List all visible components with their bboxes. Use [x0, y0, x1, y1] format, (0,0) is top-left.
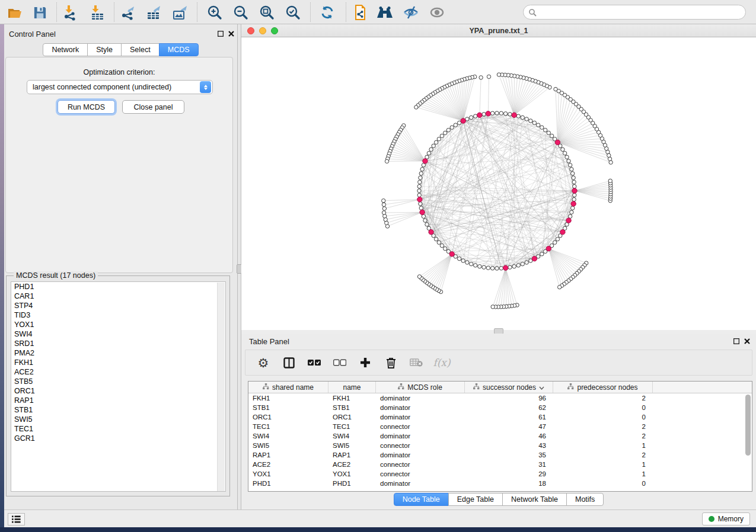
mcds-result-item[interactable]: PHD1: [11, 282, 225, 291]
table-options-gear-icon[interactable]: ⚙: [256, 355, 271, 370]
mcds-result-item[interactable]: STP4: [11, 301, 225, 310]
mcds-result-item[interactable]: SWI5: [11, 415, 225, 424]
optimization-criterion-select[interactable]: largest connected component (undirected): [27, 80, 213, 94]
mcds-result-item[interactable]: ORC1: [11, 386, 225, 396]
tab-edge-table[interactable]: Edge Table: [448, 493, 503, 506]
cell-name: ORC1: [328, 412, 376, 422]
close-panel-icon[interactable]: [228, 30, 235, 37]
cell-name: TEC1: [328, 422, 376, 431]
network-view-window: YPA_prune.txt_1: [241, 24, 756, 330]
cell-shared-name: SWI4: [248, 431, 328, 441]
column-header-predecessor-nodes[interactable]: predecessor nodes: [553, 382, 653, 393]
refresh-view-icon[interactable]: [318, 4, 336, 21]
table-row-STB1[interactable]: STB1STB1dominator620: [248, 403, 752, 412]
mcds-result-item[interactable]: SRD1: [11, 339, 225, 348]
table-row-PHD1[interactable]: PHD1PHD1dominator180: [248, 479, 752, 488]
table-row-FKH1[interactable]: FKH1FKH1dominator962: [248, 393, 752, 403]
cell-MCDS-role: connector: [376, 460, 465, 469]
mcds-list-scrollbar[interactable]: [217, 283, 225, 492]
table-row-SWI5[interactable]: SWI5SWI5connector431: [248, 441, 752, 450]
export-network-icon[interactable]: [120, 4, 138, 21]
column-header-MCDS-role[interactable]: MCDS role: [376, 382, 465, 393]
mcds-result-item[interactable]: STB5: [11, 377, 225, 386]
mcds-tab-content: Optimization criterion: largest connecte…: [5, 57, 233, 273]
hide-details-eye-slash-icon[interactable]: [402, 4, 420, 21]
node-table-rows: FKH1FKH1dominator962STB1STB1dominator620…: [248, 393, 752, 488]
cell-MCDS-role: dominator: [376, 412, 465, 422]
mcds-result-item[interactable]: CAR1: [11, 291, 225, 301]
table-row-ACE2[interactable]: ACE2ACE2connector311: [248, 460, 752, 469]
run-mcds-button[interactable]: Run MCDS: [58, 100, 115, 114]
mcds-result-item[interactable]: TID3: [11, 310, 225, 320]
table-row-RAP1[interactable]: RAP1RAP1dominator352: [248, 450, 752, 460]
tab-mcds[interactable]: MCDS: [159, 43, 199, 56]
zoom-in-icon[interactable]: [206, 4, 224, 21]
save-session-icon[interactable]: [31, 4, 49, 21]
minimize-window-icon[interactable]: [259, 27, 266, 34]
close-panel-icon[interactable]: [744, 338, 751, 345]
select-all-checks-icon[interactable]: [307, 355, 322, 370]
tab-network-table[interactable]: Network Table: [502, 493, 567, 506]
table-row-SWI4[interactable]: SWI4SWI4dominator462: [248, 431, 752, 441]
table-row-YOX1[interactable]: YOX1YOX1connector291: [248, 469, 752, 479]
mcds-result-item[interactable]: STB1: [11, 405, 225, 415]
search-box[interactable]: [523, 5, 746, 20]
cell-successor-nodes: 18: [465, 479, 553, 488]
tab-select[interactable]: Select: [121, 43, 160, 56]
vertical-splitter[interactable]: [237, 24, 241, 509]
zoom-fit-icon[interactable]: [258, 4, 276, 21]
show-columns-icon[interactable]: [281, 355, 296, 370]
cell-shared-name: TEC1: [248, 422, 328, 431]
mcds-result-item[interactable]: TEC1: [11, 424, 225, 434]
close-panel-button[interactable]: Close panel: [122, 100, 184, 114]
network-window-titlebar[interactable]: YPA_prune.txt_1: [241, 24, 756, 37]
optimization-criterion-label: Optimization criterion:: [6, 68, 232, 76]
tab-motifs[interactable]: Motifs: [566, 493, 604, 506]
search-input[interactable]: [537, 8, 745, 17]
mcds-result-group: MCDS result (17 nodes) PHD1CAR1STP4TID3Y…: [6, 275, 230, 496]
tab-style[interactable]: Style: [87, 43, 122, 56]
cell-successor-nodes: 35: [465, 450, 553, 460]
mcds-result-item[interactable]: GCR1: [11, 434, 225, 443]
cell-name: SWI4: [328, 431, 376, 441]
import-network-icon[interactable]: [62, 4, 79, 21]
network-canvas[interactable]: [241, 37, 756, 330]
mcds-result-item[interactable]: FKH1: [11, 358, 225, 367]
table-row-ORC1[interactable]: ORC1ORC1dominator610: [248, 412, 752, 422]
export-table-icon[interactable]: [145, 4, 163, 21]
task-history-list-button[interactable]: [8, 513, 25, 525]
mcds-result-item[interactable]: SWI4: [11, 329, 225, 339]
cell-successor-nodes: 62: [465, 403, 553, 412]
column-header-name[interactable]: name: [328, 382, 376, 393]
mcds-result-item[interactable]: ACE2: [11, 367, 225, 377]
table-scrollbar-thumb[interactable]: [745, 395, 751, 456]
column-header-successor-nodes[interactable]: successor nodes: [465, 382, 553, 393]
float-panel-icon[interactable]: [733, 338, 740, 345]
cell-predecessor-nodes: 0: [553, 412, 653, 422]
add-column-plus-icon[interactable]: [358, 355, 373, 370]
zoom-out-icon[interactable]: [232, 4, 250, 21]
delete-column-trash-icon[interactable]: [383, 355, 398, 370]
table-row-TEC1[interactable]: TEC1TEC1connector472: [248, 422, 752, 431]
show-details-eye-icon[interactable]: [428, 4, 446, 21]
import-table-icon[interactable]: [88, 4, 106, 21]
cell-MCDS-role: dominator: [376, 479, 465, 488]
mcds-result-item[interactable]: RAP1: [11, 396, 225, 405]
memory-button[interactable]: Memory: [702, 512, 750, 525]
clear-selection-checks-icon[interactable]: [332, 355, 347, 370]
open-file-icon[interactable]: [6, 4, 24, 21]
zoom-selected-icon[interactable]: [284, 4, 302, 21]
close-window-icon[interactable]: [247, 27, 254, 34]
export-image-icon[interactable]: [171, 4, 189, 21]
float-panel-icon[interactable]: [217, 30, 224, 37]
mcds-result-list[interactable]: PHD1CAR1STP4TID3YOX1SWI4SRD1PMA2FKH1ACE2…: [11, 281, 226, 492]
maximize-window-icon[interactable]: [271, 27, 278, 34]
first-neighbors-binoculars-icon[interactable]: [376, 4, 394, 21]
column-header-shared-name[interactable]: shared name: [248, 382, 328, 393]
function-builder-fx-icon: f(x): [434, 355, 449, 370]
mcds-result-item[interactable]: PMA2: [11, 348, 225, 358]
mcds-result-item[interactable]: YOX1: [11, 320, 225, 329]
network-document-share-icon[interactable]: [352, 4, 369, 21]
tab-node-table[interactable]: Node Table: [394, 493, 449, 506]
tab-network[interactable]: Network: [43, 43, 88, 56]
